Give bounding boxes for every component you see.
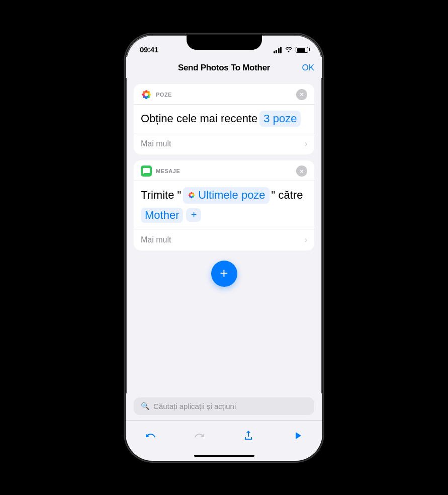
svg-point-8 bbox=[145, 93, 148, 96]
add-recipient-button[interactable]: + bbox=[186, 208, 201, 222]
messages-card-footer[interactable]: Mai mult › bbox=[134, 229, 314, 251]
status-icons bbox=[274, 46, 309, 54]
recipient-label: Mother bbox=[145, 209, 179, 222]
notch bbox=[187, 35, 262, 50]
photos-card-footer[interactable]: Mai mult › bbox=[134, 133, 314, 154]
photos-close-button[interactable]: × bbox=[296, 89, 307, 100]
status-time: 09:41 bbox=[140, 45, 158, 54]
home-indicator bbox=[194, 455, 254, 457]
photos-card-body: Obține cele mai recente 3 poze bbox=[134, 105, 314, 133]
photos-app-icon bbox=[141, 89, 152, 100]
messages-more-label: Mai mult bbox=[141, 235, 171, 244]
search-area: 🔍 Căutați aplicații și acțiuni bbox=[126, 393, 322, 420]
page-title: Send Photos To Mother bbox=[178, 63, 270, 73]
undo-button[interactable] bbox=[139, 425, 161, 447]
photos-action-prefix: Obține cele mai recente bbox=[141, 112, 257, 126]
messages-chevron-icon: › bbox=[305, 235, 307, 244]
search-placeholder-text: Căutați aplicații și acțiuni bbox=[153, 402, 236, 410]
header: Send Photos To Mother OK bbox=[126, 57, 322, 78]
photos-chevron-icon: › bbox=[305, 139, 307, 148]
share-button[interactable] bbox=[237, 425, 259, 447]
add-action-button[interactable]: + bbox=[211, 261, 237, 287]
messages-action-text: Trimite " bbox=[141, 187, 307, 204]
messages-close-button[interactable]: × bbox=[296, 166, 307, 177]
ok-button[interactable]: OK bbox=[302, 63, 314, 73]
phone-frame: 09:41 Send Photos To Moth bbox=[126, 35, 322, 461]
messages-suffix: " către bbox=[272, 188, 303, 203]
messages-photos-chip[interactable]: Ultimele poze bbox=[183, 187, 269, 204]
photos-action-card: POZE × Obține cele mai recente 3 poze Ma… bbox=[134, 84, 314, 155]
wifi-icon bbox=[285, 46, 293, 54]
svg-point-18 bbox=[191, 194, 193, 197]
photos-card-header-left: POZE bbox=[141, 89, 172, 100]
search-icon: 🔍 bbox=[141, 402, 149, 410]
messages-prefix: Trimite " bbox=[141, 188, 181, 203]
workflow-area: POZE × Obține cele mai recente 3 poze Ma… bbox=[126, 78, 322, 393]
photos-more-label: Mai mult bbox=[141, 139, 171, 148]
photos-action-text: Obține cele mai recente 3 poze bbox=[141, 111, 307, 127]
messages-card-label: MESAJE bbox=[156, 168, 180, 174]
messages-card-header: MESAJE × bbox=[134, 160, 314, 181]
recipient-chip[interactable]: Mother bbox=[141, 208, 183, 223]
add-action-icon: + bbox=[220, 266, 228, 280]
redo-button[interactable] bbox=[189, 425, 211, 447]
photos-count-chip[interactable]: 3 poze bbox=[259, 111, 301, 127]
content-area: Send Photos To Mother OK bbox=[126, 57, 322, 461]
signal-icon bbox=[274, 47, 282, 53]
messages-app-icon bbox=[141, 166, 152, 177]
battery-icon bbox=[296, 47, 308, 53]
messages-card-body: Trimite " bbox=[134, 181, 314, 229]
photos-card-label: POZE bbox=[156, 92, 172, 98]
messages-photos-chip-label: Ultimele poze bbox=[198, 188, 265, 203]
run-button[interactable] bbox=[287, 425, 309, 447]
search-bar[interactable]: 🔍 Căutați aplicații și acțiuni bbox=[134, 397, 314, 415]
messages-card-header-left: MESAJE bbox=[141, 166, 180, 177]
photos-card-header: POZE × bbox=[134, 84, 314, 105]
messages-action-card: MESAJE × Trimite " bbox=[134, 160, 314, 251]
photos-count-chip-label: 3 poze bbox=[263, 112, 297, 126]
